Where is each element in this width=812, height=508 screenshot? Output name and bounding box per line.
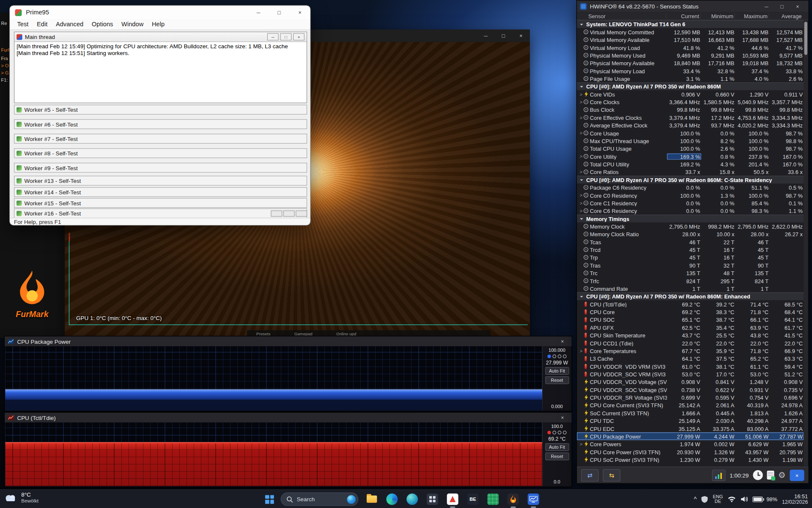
- sensor-row[interactable]: Memory Clock Ratio28.00 x10.00 x28.00 x2…: [577, 230, 804, 238]
- minimize-icon[interactable]: ─: [267, 33, 279, 40]
- expand-chevron-icon[interactable]: >: [579, 130, 584, 135]
- scroll-left-button[interactable]: [271, 210, 282, 217]
- sensor-row[interactable]: Trp45 T16 T45 T: [577, 254, 804, 261]
- column-sensor[interactable]: Sensor: [577, 13, 666, 19]
- sensor-section-header[interactable]: CPU [#0]: AMD Ryzen AI 7 PRO 350 w/ Rade…: [577, 293, 804, 300]
- maximize-icon[interactable]: □: [269, 6, 290, 19]
- sensor-row[interactable]: CPU EDC35.125 A33.375 A83.000 A37.772 A: [577, 425, 804, 432]
- sensor-row[interactable]: Physical Memory Available18,840 MB17,716…: [577, 59, 804, 67]
- sensor-row[interactable]: >Core C0 Residency100.0 %1.3 %100.0 %98.…: [577, 191, 804, 199]
- sensor-row[interactable]: APU GFX62.5 °C35.4 °C63.9 °C61.7 °C: [577, 323, 804, 331]
- sensor-row[interactable]: L3 Cache64.1 °C37.5 °C65.2 °C63.3 °C: [577, 355, 804, 362]
- column-header-row[interactable]: Sensor Current Minimum Maximum Average: [577, 12, 808, 20]
- sensor-section-header[interactable]: CPU [#0]: AMD Ryzen AI 7 PRO 350 w/ Rade…: [577, 83, 804, 90]
- worker-window-titlebar[interactable]: Worker #16 - Self-Test: [14, 208, 307, 218]
- furmark-bottom-label[interactable]: Gamepad: [294, 331, 313, 336]
- swap-columns-button[interactable]: ⇄: [581, 469, 599, 481]
- sensor-row[interactable]: CPU (Tctl/Tdie)69.2 °C39.2 °C71.4 °C68.5…: [577, 300, 804, 308]
- worker-window-titlebar[interactable]: Worker #5 - Self-Test: [14, 105, 307, 114]
- sensor-row[interactable]: Trfc824 T295 T824 T: [577, 277, 804, 284]
- prime95-titlebar[interactable]: Prime95 ─ □ ×: [10, 6, 310, 19]
- expand-chevron-icon[interactable]: >: [579, 91, 584, 97]
- sensor-row[interactable]: Command Rate1 T1 T1 T: [577, 284, 804, 292]
- clock-tool-icon[interactable]: [753, 470, 763, 480]
- column-average[interactable]: Average: [768, 13, 803, 19]
- sensor-row[interactable]: Average Effective Clock3,379.4 MHz93.7 M…: [577, 121, 804, 129]
- maximize-icon[interactable]: □: [494, 30, 512, 42]
- series-dot-icon[interactable]: [553, 431, 557, 435]
- start-button[interactable]: [265, 495, 274, 504]
- menu-item-advanced[interactable]: Advanced: [52, 21, 88, 28]
- minimize-icon[interactable]: ─: [248, 6, 269, 19]
- sensor-row[interactable]: CPU Core69.2 °C38.3 °C71.8 °C68.4 °C: [577, 308, 804, 315]
- search-input[interactable]: Search: [281, 492, 359, 506]
- menu-item-window[interactable]: Window: [117, 21, 148, 28]
- graph-titlebar[interactable]: CPU Package Power ×: [5, 337, 572, 346]
- expand-chevron-icon[interactable]: >: [579, 99, 584, 104]
- sensor-section-header[interactable]: CPU [#0]: AMD Ryzen AI 7 PRO 350 w/ Rade…: [577, 176, 804, 183]
- close-icon[interactable]: ×: [556, 339, 568, 344]
- sensor-list[interactable]: System: LENOVO ThinkPad T14 Gen 6Virtual…: [577, 20, 808, 467]
- furmark-bottom-label[interactable]: Online upd: [336, 331, 356, 336]
- sensor-row[interactable]: >Core Temperatures67.7 °C35.9 °C71.8 °C6…: [577, 347, 804, 354]
- sensor-row[interactable]: Virtual Memory Committed12,590 MB12,413 …: [577, 28, 804, 36]
- sensor-row[interactable]: CPU CCD1 (Tdie)22.0 °C22.0 °C22.0 °C22.0…: [577, 339, 804, 347]
- maximize-icon[interactable]: □: [280, 33, 291, 40]
- sensor-row[interactable]: CPU Skin Temperature43.7 °C25.5 °C43.8 °…: [577, 331, 804, 339]
- sensor-row[interactable]: >Core Clocks3,366.4 MHz1,580.5 MHz5,040.…: [577, 98, 804, 105]
- sensor-row[interactable]: CPU Package Power27.999 W4.244 W51.006 W…: [577, 432, 804, 440]
- sensor-row[interactable]: Physical Memory Used9,469 MB9,291 MB10,5…: [577, 51, 804, 59]
- sensor-row[interactable]: CPU SoC Power (SVI3 TFN)1.230 W0.279 W1.…: [577, 456, 804, 463]
- close-icon[interactable]: ×: [293, 33, 304, 40]
- sensor-row[interactable]: >Core VIDs0.906 V0.660 V1.290 V0.911 V: [577, 90, 804, 98]
- scroll-right-button[interactable]: [296, 210, 307, 217]
- series-dot-icon[interactable]: [563, 431, 567, 435]
- sensor-row[interactable]: Max CPU/Thread Usage100.0 %8.2 %100.0 %9…: [577, 137, 804, 144]
- sensor-row[interactable]: CPU VDDCR_SOC Voltage (SVI3 ...0.738 V0.…: [577, 386, 804, 393]
- menu-item-test[interactable]: Test: [13, 21, 33, 28]
- series-dot-icon[interactable]: [558, 431, 562, 435]
- menu-item-help[interactable]: Help: [148, 21, 169, 28]
- worker-window-titlebar[interactable]: Worker #7 - Self-Test: [14, 134, 307, 144]
- sensor-row[interactable]: >Core Usage100.0 %0.0 %100.0 %98.7 %: [577, 129, 804, 137]
- close-icon[interactable]: ×: [512, 30, 530, 42]
- series-dot-icon[interactable]: [547, 355, 551, 359]
- auto-fit-button[interactable]: Auto Fit: [545, 443, 569, 451]
- column-maximum[interactable]: Maximum: [734, 13, 768, 19]
- minimize-icon[interactable]: ─: [477, 30, 495, 42]
- tray-shield-icon[interactable]: [701, 496, 708, 502]
- close-icon[interactable]: ×: [790, 0, 805, 12]
- prime95-taskbar-icon[interactable]: [446, 492, 459, 506]
- close-sensors-button[interactable]: ×: [790, 469, 804, 481]
- worker-window-titlebar[interactable]: Worker #8 - Self-Test: [14, 148, 307, 158]
- sensor-row[interactable]: Memory Clock2,795.0 MHz998.2 MHz2,795.0 …: [577, 222, 804, 230]
- sensor-row[interactable]: >Core Ratios33.7 x15.8 x50.5 x33.6 x: [577, 168, 804, 176]
- weather-widget[interactable]: 8°C Bewölkt: [4, 491, 38, 504]
- series-toggle-dots[interactable]: [547, 431, 566, 435]
- hwinfo-taskbar-icon[interactable]: [527, 492, 540, 506]
- sensor-row[interactable]: Total CPU Usage100.0 %2.6 %100.0 %98.7 %: [577, 145, 804, 152]
- expand-chevron-icon[interactable]: >: [579, 169, 584, 174]
- auto-fit-button[interactable]: Auto Fit: [545, 367, 569, 375]
- sensor-section-header[interactable]: System: LENOVO ThinkPad T14 Gen 6: [577, 20, 804, 28]
- worker-window-titlebar[interactable]: Worker #6 - Self-Test: [14, 119, 307, 129]
- worker-window-titlebar[interactable]: Worker #15 - Self-Test: [14, 198, 307, 208]
- reset-button[interactable]: Reset: [545, 453, 569, 460]
- expand-chevron-icon[interactable]: >: [579, 200, 584, 205]
- sensor-row[interactable]: CPU SOC65.1 °C38.7 °C66.1 °C64.1 °C: [577, 316, 804, 323]
- expand-chevron-icon[interactable]: >: [579, 208, 584, 213]
- expand-chevron-icon[interactable]: >: [579, 154, 584, 159]
- sensor-row[interactable]: >Core Powers1.974 W0.002 W6.629 W1.965 W: [577, 440, 804, 448]
- minimize-icon[interactable]: ─: [759, 0, 774, 12]
- edge-browser-icon[interactable]: [385, 492, 399, 506]
- main-thread-titlebar[interactable]: Main thread ─ □ ×: [14, 32, 307, 42]
- sensor-row[interactable]: Physical Memory Load33.4 %32.8 %37.4 %33…: [577, 67, 804, 75]
- expand-chevron-icon[interactable]: >: [579, 348, 584, 353]
- close-icon[interactable]: ×: [289, 6, 310, 19]
- file-explorer-icon[interactable]: [365, 492, 379, 506]
- series-dot-icon[interactable]: [563, 355, 567, 359]
- close-icon[interactable]: ×: [556, 415, 568, 420]
- expand-chevron-icon[interactable]: >: [579, 193, 584, 198]
- sensor-row[interactable]: CPU TDC25.149 A2.030 A40.298 A24.977 A: [577, 417, 804, 424]
- expand-chevron-icon[interactable]: >: [579, 115, 584, 120]
